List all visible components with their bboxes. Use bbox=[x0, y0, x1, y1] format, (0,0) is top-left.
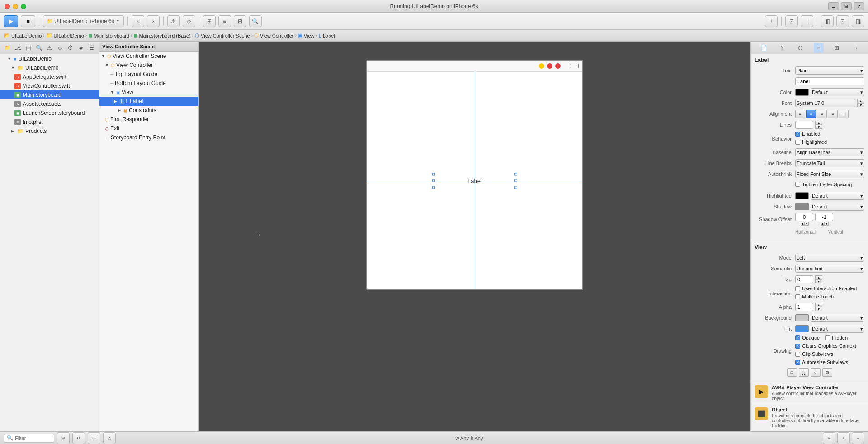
breakpoint-nav-icon[interactable]: ◈ bbox=[76, 43, 86, 53]
run-button[interactable]: ▶ bbox=[4, 15, 18, 27]
assistant-editor-button[interactable]: ⊡ bbox=[785, 15, 798, 27]
shadow-select[interactable]: Default ▾ bbox=[811, 203, 864, 211]
warning-button[interactable]: ⚠ bbox=[167, 15, 180, 27]
close-button[interactable] bbox=[5, 4, 10, 9]
obj-lib-item-1[interactable]: ▶ AVKit Player View Controller A view co… bbox=[751, 382, 868, 404]
hide-bottom-panel-button[interactable]: ⊡ bbox=[836, 15, 849, 27]
shadow-v-up[interactable]: ▲ bbox=[821, 222, 825, 226]
shadow-h-stepper[interactable]: ▲ ▼ bbox=[801, 222, 808, 226]
resolve-autolayout-button[interactable]: △ bbox=[103, 432, 116, 444]
debug-nav-icon[interactable]: ⏱ bbox=[66, 43, 75, 53]
shadow-v-input[interactable] bbox=[815, 213, 833, 221]
source-control-icon[interactable]: ⎇ bbox=[13, 43, 23, 53]
scene-item-7[interactable]: ⬡ First Responder bbox=[99, 115, 198, 124]
font-stepper-down[interactable]: ▼ bbox=[857, 103, 864, 107]
tint-select[interactable]: Default ▾ bbox=[811, 325, 864, 333]
hidden-checkbox[interactable] bbox=[825, 335, 830, 340]
zoom-out-button[interactable]: − bbox=[852, 432, 864, 444]
find-nav-icon[interactable]: 🔍 bbox=[34, 43, 44, 53]
breadcrumb-item-8[interactable]: L Label bbox=[319, 33, 335, 38]
background-swatch[interactable] bbox=[795, 314, 809, 321]
obj-lib-item-2[interactable]: ⬛ Object Provides a template for objects… bbox=[751, 404, 868, 431]
compare-button[interactable]: ⊟ bbox=[234, 15, 246, 27]
scene-item-9[interactable]: → Storyboard Entry Point bbox=[99, 133, 198, 142]
sidebar-toggle-button[interactable]: ☰ bbox=[828, 2, 839, 10]
tag-stepper-down[interactable]: ▼ bbox=[815, 279, 822, 283]
scene-item-8[interactable]: ⬡ Exit bbox=[99, 124, 198, 133]
breadcrumb-item-1[interactable]: 📂 UILabelDemo bbox=[4, 33, 42, 38]
size-inspector-tab[interactable]: ⊞ bbox=[832, 43, 842, 53]
hide-left-panel-button[interactable]: ◧ bbox=[821, 15, 834, 27]
view-icon-4[interactable]: ⊞ bbox=[822, 368, 832, 377]
file-appdelegate[interactable]: S AppDelegate.swift bbox=[0, 72, 99, 81]
list-view-button[interactable]: ≡ bbox=[218, 15, 231, 27]
highlighted-color-swatch[interactable] bbox=[795, 192, 809, 199]
label-text-input[interactable] bbox=[795, 77, 864, 85]
scene-item-0[interactable]: ▼ ⬡ View Controller Scene bbox=[99, 52, 198, 61]
font-stepper-up[interactable]: ▲ bbox=[857, 99, 864, 103]
clip-checkbox[interactable] bbox=[795, 352, 800, 357]
connections-inspector-tab[interactable]: ⊃ bbox=[850, 43, 860, 53]
minimize-button[interactable] bbox=[13, 4, 18, 9]
breakpoint-button[interactable]: ◇ bbox=[183, 15, 195, 27]
fullscreen-button[interactable]: ⤢ bbox=[854, 2, 864, 10]
shadow-v-down[interactable]: ▼ bbox=[825, 222, 829, 226]
hide-right-panel-button[interactable]: ◨ bbox=[852, 15, 864, 27]
tag-stepper[interactable]: ▲ ▼ bbox=[815, 275, 822, 283]
multiple-touch-checkbox[interactable] bbox=[795, 294, 800, 299]
tag-input[interactable] bbox=[795, 275, 813, 283]
file-main-storyboard[interactable]: ◼ Main.storyboard bbox=[0, 90, 99, 99]
tag-stepper-up[interactable]: ▲ bbox=[815, 275, 822, 279]
breadcrumb-item-5[interactable]: ⬡ View Controller Scene bbox=[195, 33, 250, 38]
breadcrumb-item-3[interactable]: ◼ Main.storyboard bbox=[88, 33, 129, 38]
products-folder[interactable]: ▶ 📁 Products bbox=[0, 127, 99, 136]
scene-item-4[interactable]: ▼ ▣ View bbox=[99, 88, 198, 97]
breadcrumb-item-4[interactable]: ◼ Main.storyboard (Base) bbox=[133, 33, 190, 38]
issue-nav-icon[interactable]: ⚠ bbox=[45, 43, 54, 53]
add-constraint-button[interactable]: ⊞ bbox=[57, 432, 70, 444]
file-viewcontroller[interactable]: S ViewController.swift bbox=[0, 81, 99, 90]
breadcrumb-item-6[interactable]: ⬡ View Controller bbox=[254, 33, 293, 38]
lines-stepper-up[interactable]: ▲ bbox=[815, 121, 822, 125]
shadow-v-stepper[interactable]: ▲ ▼ bbox=[821, 222, 828, 226]
file-launch-storyboard[interactable]: ◼ LaunchScreen.storyboard bbox=[0, 109, 99, 118]
zoom-in-button[interactable]: + bbox=[837, 432, 850, 444]
color-swatch[interactable] bbox=[795, 89, 809, 96]
shadow-h-input[interactable] bbox=[795, 213, 813, 221]
search-button[interactable]: 🔍 bbox=[249, 15, 262, 27]
file-assets[interactable]: A Assets.xcassets bbox=[0, 99, 99, 109]
file-infoplist[interactable]: P Info.plist bbox=[0, 118, 99, 127]
quick-help-tab[interactable]: ? bbox=[777, 43, 787, 53]
align-left-button[interactable]: ≡ bbox=[795, 110, 805, 118]
shadow-h-down[interactable]: ▼ bbox=[805, 222, 809, 226]
color-select[interactable]: Default ▾ bbox=[811, 88, 864, 96]
bottom-filter-input[interactable] bbox=[15, 435, 51, 441]
font-select[interactable]: System 17.0 bbox=[795, 99, 855, 107]
user-interaction-checkbox[interactable] bbox=[795, 286, 800, 291]
project-nav-icon[interactable]: 📁 bbox=[3, 43, 12, 53]
highlighted-checkbox[interactable] bbox=[795, 140, 800, 145]
linebreaks-select[interactable]: Truncate Tail ▾ bbox=[795, 159, 864, 167]
split-view-button[interactable]: ⊞ bbox=[841, 2, 852, 10]
forward-button[interactable]: › bbox=[147, 15, 160, 27]
shadow-swatch[interactable] bbox=[795, 203, 809, 210]
zoom-to-fit-button[interactable]: ⊕ bbox=[823, 432, 835, 444]
highlighted-color-select[interactable]: Default ▾ bbox=[811, 192, 864, 200]
iphone-canvas-mockup[interactable]: Label bbox=[366, 60, 583, 290]
group-item[interactable]: ▼ 📁 UILabelDemo bbox=[0, 63, 99, 72]
maximize-button[interactable] bbox=[21, 4, 26, 9]
autoshrink-select[interactable]: Fixed Font Size ▾ bbox=[795, 170, 864, 178]
embed-button[interactable]: ⊡ bbox=[88, 432, 100, 444]
shadow-h-up[interactable]: ▲ bbox=[801, 222, 805, 226]
alpha-stepper[interactable]: ▲ ▼ bbox=[815, 303, 822, 311]
breadcrumb-item-7[interactable]: ▣ View bbox=[298, 33, 315, 38]
lines-stepper-down[interactable]: ▼ bbox=[815, 125, 822, 129]
clears-checkbox[interactable]: ✓ bbox=[795, 344, 800, 349]
background-select[interactable]: Default ▾ bbox=[811, 314, 864, 322]
view-icon-2[interactable]: { } bbox=[799, 368, 809, 377]
grid-view-button[interactable]: ⊞ bbox=[203, 15, 216, 27]
stop-button[interactable]: ■ bbox=[21, 15, 35, 27]
symbol-nav-icon[interactable]: { } bbox=[24, 43, 33, 53]
semantic-select[interactable]: Unspecified ▾ bbox=[795, 265, 864, 273]
opaque-checkbox[interactable]: ✓ bbox=[795, 335, 800, 340]
